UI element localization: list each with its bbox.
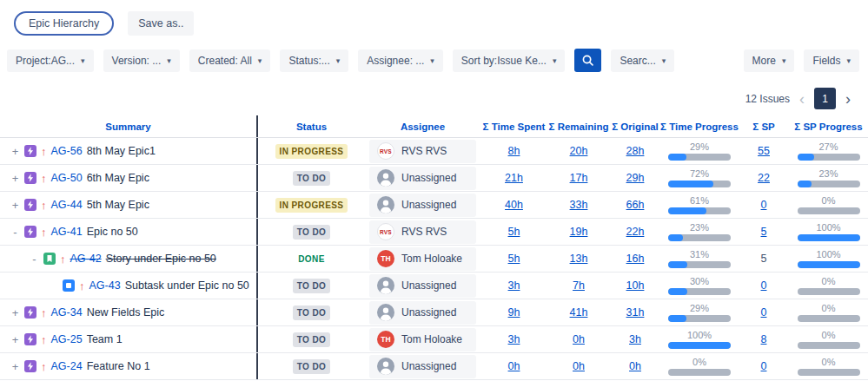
story-points-link[interactable]: 0 bbox=[761, 360, 767, 372]
original-link[interactable]: 66h bbox=[626, 199, 645, 211]
time-spent-link[interactable]: 5h bbox=[508, 226, 520, 238]
sp-cell: 8 bbox=[739, 326, 789, 352]
status-badge: TO DO bbox=[293, 171, 330, 186]
time-spent-link[interactable]: 5h bbox=[508, 253, 520, 265]
time-spent-cell: 0h bbox=[480, 353, 547, 379]
time-spent-link[interactable]: 3h bbox=[508, 333, 520, 345]
version-filter-dropdown[interactable]: Version: ... ▾ bbox=[103, 49, 180, 72]
original-link[interactable]: 16h bbox=[626, 253, 645, 265]
issue-key-link[interactable]: AG-34 bbox=[51, 306, 83, 319]
time-spent-link[interactable]: 8h bbox=[508, 145, 520, 157]
remaining-link[interactable]: 33h bbox=[570, 199, 588, 211]
original-link[interactable]: 28h bbox=[626, 145, 645, 157]
time-spent-cell: 3h bbox=[480, 326, 547, 352]
search-dropdown[interactable]: Searc... ▾ bbox=[611, 49, 674, 72]
original-link[interactable]: 31h bbox=[626, 306, 645, 319]
story-points-link[interactable]: 22 bbox=[758, 172, 770, 184]
time-spent-link[interactable]: 0h bbox=[508, 360, 520, 372]
expand-toggle[interactable]: - bbox=[10, 226, 20, 239]
time-spent-link[interactable]: 3h bbox=[508, 279, 520, 292]
assignee-picker[interactable]: TH Tom Holoake bbox=[369, 247, 476, 271]
original-link[interactable]: 29h bbox=[626, 172, 645, 184]
remaining-link[interactable]: 17h bbox=[570, 172, 588, 184]
assignee-cell: Unassigned bbox=[365, 192, 480, 218]
expand-toggle[interactable]: + bbox=[10, 172, 20, 185]
column-header-assignee: Assignee bbox=[365, 115, 480, 137]
expand-toggle[interactable]: + bbox=[10, 199, 20, 212]
next-page-chevron-icon[interactable]: › bbox=[845, 93, 851, 105]
status-cell: DONE bbox=[258, 246, 365, 272]
issue-key-link[interactable]: AG-41 bbox=[51, 226, 83, 238]
time-spent-cell: 40h bbox=[480, 192, 547, 218]
story-points-link[interactable]: 5 bbox=[761, 226, 767, 238]
epic-hierarchy-button[interactable]: Epic Hierarchy bbox=[14, 11, 114, 36]
remaining-cell: 0h bbox=[547, 353, 610, 379]
original-link[interactable]: 22h bbox=[626, 226, 645, 238]
created-filter-dropdown[interactable]: Created: All ▾ bbox=[189, 49, 271, 72]
prev-page-chevron-icon[interactable]: ‹ bbox=[799, 93, 805, 105]
sp-progress-cell: 0% bbox=[789, 299, 868, 325]
issue-key-link[interactable]: AG-56 bbox=[51, 145, 83, 157]
expand-toggle[interactable]: + bbox=[10, 333, 20, 346]
expand-toggle[interactable]: + bbox=[10, 145, 20, 158]
issue-key-link[interactable]: AG-50 bbox=[51, 172, 83, 184]
story-points-link[interactable]: 0 bbox=[761, 279, 767, 292]
original-link[interactable]: 10h bbox=[626, 279, 645, 292]
time-progress-percent: 0% bbox=[692, 358, 706, 367]
story-points-link[interactable]: 0 bbox=[761, 199, 767, 211]
save-as-button[interactable]: Save as.. bbox=[128, 11, 194, 36]
original-link[interactable]: 3h bbox=[629, 333, 641, 345]
original-link[interactable]: 0h bbox=[629, 360, 641, 372]
assignee-filter-dropdown[interactable]: Assignee: ... ▾ bbox=[358, 49, 443, 72]
time-spent-link[interactable]: 40h bbox=[505, 199, 523, 211]
remaining-link[interactable]: 0h bbox=[573, 333, 585, 345]
sp-progress-percent: 23% bbox=[818, 169, 838, 179]
remaining-link[interactable]: 19h bbox=[570, 226, 588, 238]
story-points-link[interactable]: 55 bbox=[758, 145, 770, 157]
sp-progress-percent: 100% bbox=[816, 223, 840, 233]
remaining-link[interactable]: 20h bbox=[570, 145, 588, 157]
status-filter-dropdown[interactable]: Status:... ▾ bbox=[280, 49, 348, 72]
issue-key-link[interactable]: AG-25 bbox=[51, 333, 83, 345]
fields-dropdown[interactable]: Fields ▾ bbox=[804, 49, 859, 72]
assignee-picker[interactable]: Unassigned bbox=[369, 194, 476, 217]
page-number[interactable]: 1 bbox=[814, 88, 836, 109]
assignee-picker[interactable]: RVS RVS RVS bbox=[369, 220, 476, 244]
sort-by-dropdown[interactable]: Sort by:Issue Ke... ▾ bbox=[453, 49, 566, 72]
assignee-picker[interactable]: Unassigned bbox=[369, 274, 476, 298]
issue-summary: Team 1 bbox=[87, 333, 123, 345]
remaining-link[interactable]: 41h bbox=[570, 306, 588, 319]
expand-toggle[interactable]: + bbox=[10, 360, 20, 373]
more-dropdown[interactable]: More ▾ bbox=[744, 49, 795, 72]
story-points-link[interactable]: 5 bbox=[761, 253, 767, 265]
remaining-link[interactable]: 0h bbox=[573, 360, 585, 372]
story-points-link[interactable]: 8 bbox=[761, 333, 767, 345]
table-row: + ↑ AG-56 8th May Epic1 IN PROGRESS RVS … bbox=[0, 138, 868, 165]
issue-key-link[interactable]: AG-44 bbox=[51, 199, 83, 211]
sp-cell: 0 bbox=[739, 353, 789, 379]
time-spent-cell: 21h bbox=[480, 165, 547, 191]
assignee-picker[interactable]: RVS RVS RVS bbox=[369, 140, 476, 163]
search-button[interactable] bbox=[574, 49, 601, 72]
time-progress-cell: 100% bbox=[660, 326, 739, 352]
project-filter-dropdown[interactable]: Project:AG... ▾ bbox=[7, 49, 94, 72]
assignee-picker[interactable]: Unassigned bbox=[369, 167, 476, 190]
time-spent-link[interactable]: 9h bbox=[508, 306, 520, 319]
remaining-cell: 20h bbox=[547, 138, 610, 164]
time-progress-percent: 100% bbox=[687, 331, 712, 340]
original-cell: 22h bbox=[610, 219, 660, 245]
assignee-picker[interactable]: Unassigned bbox=[369, 355, 476, 378]
assignee-picker[interactable]: Unassigned bbox=[369, 301, 476, 325]
issue-key-link[interactable]: AG-43 bbox=[89, 279, 121, 292]
time-spent-link[interactable]: 21h bbox=[505, 172, 523, 184]
remaining-link[interactable]: 13h bbox=[570, 253, 588, 265]
expand-toggle[interactable]: + bbox=[10, 306, 20, 319]
sp-progress-percent: 0% bbox=[822, 277, 836, 286]
issue-key-link[interactable]: AG-42 bbox=[70, 253, 102, 265]
remaining-link[interactable]: 7h bbox=[573, 279, 585, 292]
issue-key-link[interactable]: AG-24 bbox=[51, 360, 83, 372]
story-points-link[interactable]: 0 bbox=[761, 306, 767, 319]
time-progress-bar bbox=[668, 288, 731, 295]
expand-toggle[interactable]: - bbox=[30, 253, 39, 266]
assignee-picker[interactable]: TH Tom Holoake bbox=[369, 328, 476, 351]
